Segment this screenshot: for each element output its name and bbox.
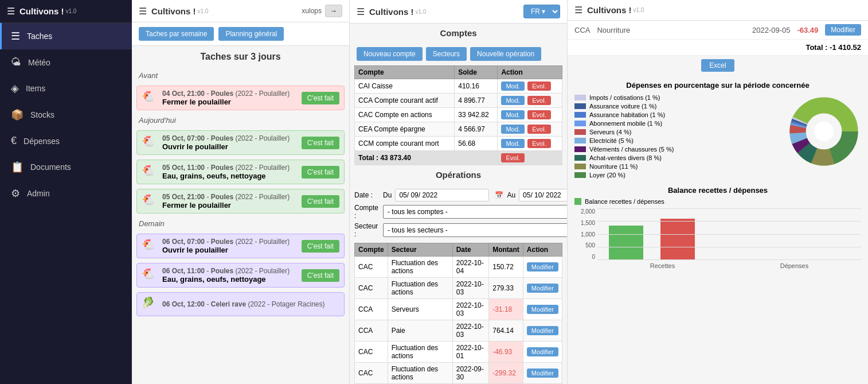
evol-button[interactable]: Evol. xyxy=(527,82,550,91)
modifier-button[interactable]: Modifier xyxy=(527,326,558,335)
sidebar-item-admin[interactable]: ⚙ Admin xyxy=(0,180,132,207)
hamburger-icon[interactable]: ☰ xyxy=(7,6,15,17)
modifier-button[interactable]: Modifier xyxy=(527,284,558,293)
account-actions: Mod. Evol. xyxy=(498,108,562,122)
taches-par-semaine-button[interactable]: Taches par semaine xyxy=(139,27,214,41)
stats-hamburger-icon[interactable]: ☰ xyxy=(574,5,582,15)
cest-fait-button[interactable]: C'est fait xyxy=(302,92,339,104)
table-row: CAC Fluctuation des actions 2022-09-30 -… xyxy=(355,363,562,384)
modifier-button[interactable]: Modifier xyxy=(527,262,558,271)
legend-label: Electricité (5 %) xyxy=(589,137,634,144)
depenses-icon: € xyxy=(11,135,17,147)
stocks-icon: 📦 xyxy=(11,108,24,121)
nav-label-admin: Admin xyxy=(27,189,50,198)
accounts-actions: Nouveau compte Secteurs Nouvelle opérati… xyxy=(350,42,567,65)
secteur-select[interactable]: - tous les secteurs - xyxy=(383,223,568,237)
mod-button[interactable]: Mod. xyxy=(501,82,524,91)
planning-general-button[interactable]: Planning général xyxy=(218,27,284,41)
task-card: 🐔 06 Oct, 07:00 - Poules (2022 - Poulail… xyxy=(136,234,345,258)
sidebar-item-meteo[interactable]: 🌤 Météo xyxy=(0,49,132,75)
balance-title: Balance recettes / dépenses xyxy=(574,186,861,195)
calendar-from-icon[interactable]: 📅 xyxy=(495,191,503,199)
op-montant: -46.93 xyxy=(489,342,523,363)
logout-button[interactable]: → xyxy=(325,5,342,17)
nouvelle-operation-button[interactable]: Nouvelle opération xyxy=(470,47,541,61)
section-avant: Avant xyxy=(132,68,349,83)
mod-button[interactable]: Mod. xyxy=(501,110,524,119)
secteurs-button[interactable]: Secteurs xyxy=(426,47,467,61)
date-to-input[interactable] xyxy=(519,189,568,201)
evol-button[interactable]: Evol. xyxy=(527,110,550,119)
evol-button[interactable]: Evol. xyxy=(527,139,550,148)
admin-icon: ⚙ xyxy=(11,187,20,200)
logout-user: xulops xyxy=(302,7,322,15)
cest-fait-button[interactable]: C'est fait xyxy=(302,269,339,282)
accounts-table: Compte Solde Action CAI Caisse 410.16 Mo… xyxy=(354,65,562,165)
summary-amount: -63.49 xyxy=(797,26,818,34)
mod-button[interactable]: Mod. xyxy=(501,125,524,134)
task-info: 05 Oct, 11:00 - Poules (2022 - Poulaille… xyxy=(162,164,302,180)
ops-col-action: Action xyxy=(523,243,562,257)
op-date: 2022-10-03 xyxy=(452,278,489,299)
cest-fait-button[interactable]: C'est fait xyxy=(302,195,339,208)
task-info: 05 Oct, 21:00 - Poules (2022 - Poulaille… xyxy=(162,193,302,210)
sidebar-item-stocks[interactable]: 📦 Stocks xyxy=(0,102,132,128)
date-from-input[interactable] xyxy=(395,189,489,201)
op-secteur: Fluctuation des actions xyxy=(388,363,452,384)
y-axis-label: 2,000 xyxy=(574,208,595,215)
items-icon: ◈ xyxy=(11,82,19,95)
cest-fait-button[interactable]: C'est fait xyxy=(302,166,339,179)
summary-modify-button[interactable]: Modifier xyxy=(825,24,861,36)
table-row: CAI Caisse 410.16 Mod. Evol. xyxy=(355,79,562,94)
task-desc: Fermer le poulailler xyxy=(162,201,302,210)
mod-button[interactable]: Mod. xyxy=(501,139,524,148)
tasks-hamburger-icon[interactable]: ☰ xyxy=(139,6,147,17)
sidebar-item-taches[interactable]: ☰ Taches xyxy=(0,23,132,49)
accounts-hamburger-icon[interactable]: ☰ xyxy=(357,6,365,17)
excel-button[interactable]: Excel xyxy=(701,59,734,72)
modifier-button[interactable]: Modifier xyxy=(527,305,558,314)
language-select[interactable]: FR ▾ EN xyxy=(523,5,560,18)
y-axis-label: 0 xyxy=(574,254,595,260)
cest-fait-button[interactable]: C'est fait xyxy=(302,240,339,253)
operations-filters: Date : Du 📅 Au 📅 Filtrer Compte : - tous… xyxy=(354,189,562,238)
evol-button[interactable]: Evol. xyxy=(527,96,550,105)
accounts-total-row: Total : 43 873.40 Evol. xyxy=(355,151,562,165)
col-compte: Compte xyxy=(355,66,455,79)
op-date: 2022-10-01 xyxy=(452,342,489,363)
col-action: Action xyxy=(498,66,562,79)
modifier-button[interactable]: Modifier xyxy=(527,347,558,356)
op-compte: CAC xyxy=(355,342,388,363)
date-from-label: Date : xyxy=(354,191,378,199)
op-montant: -31.18 xyxy=(489,299,523,320)
compte-label: Compte : xyxy=(354,204,378,220)
nouveau-compte-button[interactable]: Nouveau compte xyxy=(357,47,423,61)
task-time: 05 Oct, 11:00 - Poules (2022 - Poulaille… xyxy=(162,164,302,172)
evol-button[interactable]: Evol. xyxy=(527,125,550,134)
task-chicken-icon6: 🐔 xyxy=(142,267,158,284)
ops-col-secteur: Secteur xyxy=(388,243,452,257)
compte-select[interactable]: - tous les comptes - xyxy=(383,205,568,219)
sidebar-item-items[interactable]: ◈ Items xyxy=(0,75,132,102)
sidebar: ☰ Cultivons ! v1.0 ☰ Taches 🌤 Météo ◈ It… xyxy=(0,0,132,384)
op-compte: CCA xyxy=(355,299,388,320)
modifier-button[interactable]: Modifier xyxy=(527,369,558,378)
y-axis-label: 1,500 xyxy=(574,220,595,226)
donut-chart xyxy=(787,94,861,170)
total-evol-button[interactable]: Evol. xyxy=(501,153,524,162)
account-solde: 56.68 xyxy=(455,137,498,151)
sidebar-item-documents[interactable]: 📋 Documents xyxy=(0,154,132,180)
sidebar-item-depenses[interactable]: € Dépenses xyxy=(0,128,132,154)
balance-legend-label: Balance recettes / dépenses xyxy=(585,198,664,205)
task-card: 🐔 04 Oct, 21:00 - Poules (2022 - Poulail… xyxy=(136,86,345,110)
mod-button[interactable]: Mod. xyxy=(501,96,524,105)
op-compte: CAC xyxy=(355,257,388,278)
table-row: CCM compte courant mort 56.68 Mod. Evol. xyxy=(355,137,562,151)
task-desc: Eau, grains, oeufs, nettoyage xyxy=(162,172,302,180)
table-row: CAC Compte en actions 33 942.82 Mod. Evo… xyxy=(355,108,562,122)
accounts-app-title: Cultivons ! xyxy=(369,7,414,17)
stats-app-title: Cultivons ! xyxy=(587,5,632,15)
cest-fait-button[interactable]: C'est fait xyxy=(302,137,339,149)
ops-col-montant: Montant xyxy=(489,243,523,257)
op-montant: 279.33 xyxy=(489,278,523,299)
